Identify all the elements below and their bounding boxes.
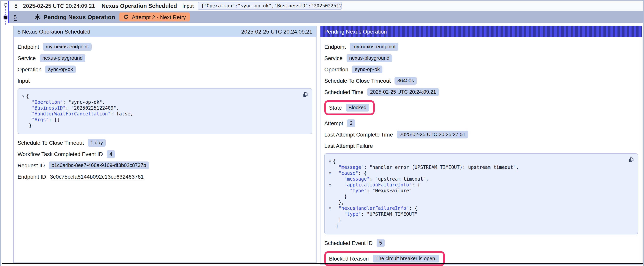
event-input-preview[interactable]: {"Operation":"sync-op-ok","BusinessID":"… [198,2,342,10]
code-line: ∨ "applicationFailureInfo": { [327,182,632,188]
field-value-chip: 5 [376,239,385,247]
field-endpoint-id: Endpoint ID 3c0c75ccfa8144b092c13ce63246… [18,173,312,181]
field-label: Operation [324,66,348,73]
field-label: Endpoint ID [18,174,46,180]
blocked-reason-chip: The circuit breaker is open. [373,255,439,262]
code-line: "message": "handler error (UPSTREAM_TIME… [327,165,632,170]
field-label: Endpoint [324,44,346,50]
field-value-chip: 2025-02-25 UTC 20:25:27.51 [397,131,468,138]
code-text: }, [333,200,344,205]
field-blocked-reason: Blocked Reason The circuit breaker is op… [329,255,439,262]
field-label: State [329,105,342,111]
code-line: "type": "NexusFailure" [327,188,632,194]
field-label: Schedule To Close Timeout [18,140,84,146]
field-service: Service nexus-playground [18,54,312,62]
code-gutter [20,99,26,105]
code-line: "Operation": "sync-op-ok", [20,99,306,105]
code-line: } [20,123,306,129]
field-label: Scheduled Time [324,89,364,95]
state-value-chip: Blocked [346,104,369,112]
field-service: Service nexus-playground [324,54,638,62]
chevron-down-icon[interactable]: ∨ [327,159,333,165]
pending-event-title: Pending Nexus Operation [44,14,115,20]
field-operation: Operation sync-op-ok [18,66,312,73]
code-line: "type": "UPSTREAM_TIMEOUT" [327,211,632,217]
endpoint-id-link[interactable]: 3c0c75ccfa8144b092c13ce632463761 [50,174,144,180]
field-value-chip: my-nexus-endpoint [350,43,398,51]
event-id-link[interactable]: 5 [14,3,18,9]
field-label: Service [324,55,342,61]
input-json-viewer: ∨{ "Operation": "sync-op-ok", "BusinessI… [18,88,312,134]
timeline-dot-icon [4,16,8,19]
timeline-active-bar [8,1,9,23]
pending-panel-header: Pending Nexus Operation [320,26,642,37]
field-label: Scheduled Event ID [324,240,373,246]
state-highlight-box: State Blocked [324,100,375,115]
field-label: Input [18,78,30,84]
field-label: Endpoint [18,44,39,50]
chevron-down-icon[interactable]: ∨ [327,182,333,188]
asterisk-icon [34,14,40,20]
field-attempt: Attempt 2 [324,119,638,127]
field-value-chip: nexus-playground [346,54,392,62]
event-id-link[interactable]: 5 [14,14,17,20]
chevron-down-icon[interactable]: ∨ [327,170,333,176]
attempt-badge-label: Attempt 2 · Next Retry [132,14,186,20]
field-label: Operation [18,66,42,73]
code-line: } [327,223,632,229]
failure-json-viewer: ∨{ "message": "handler error (UPSTREAM_T… [324,153,638,234]
last-attempt-failure-label: Last Attempt Failure [324,142,638,150]
field-endpoint: Endpoint my-nexus-endpoint [324,43,638,51]
field-value-chip: 1 day [88,139,106,147]
field-label: Blocked Reason [329,255,369,262]
code-text: "applicationFailureInfo": { [333,182,420,188]
code-gutter [327,176,333,182]
code-text: } [333,217,341,223]
code-line: "message": "upstream timeout", [327,176,632,182]
code-line: "Args": [] [20,117,306,123]
event-row-pending[interactable]: 5 Pending Nexus Operation Attempt 2 · Ne… [9,11,643,23]
code-line: "BusinessID": "20250225122409", [20,105,306,111]
code-line: ∨{ [20,94,306,99]
code-text: "type": "UPSTREAM_TIMEOUT" [333,211,418,217]
copy-icon[interactable] [302,92,308,98]
copy-icon[interactable] [628,157,634,163]
retry-icon [123,14,129,20]
field-operation: Operation sync-op-ok [324,66,638,73]
code-line: ∨ "cause": { [327,170,632,176]
pending-operation-panel: Pending Nexus Operation Endpoint my-nexu… [320,26,642,265]
code-gutter [327,200,333,205]
viewport: 5 2025-02-25 UTC 20:24:09.21 Nexus Opera… [0,0,644,266]
field-value-chip: my-nexus-endpoint [43,43,92,51]
code-gutter [327,217,333,223]
chevron-down-icon[interactable]: ∨ [20,94,26,99]
field-scheduled-event-id: Scheduled Event ID 5 [324,239,638,247]
field-label: Last Attempt Failure [324,143,373,149]
input-section-label: Input [18,77,312,85]
field-workflow-task-completed-event-id: Workflow Task Completed Event ID 4 [18,150,312,158]
code-line: } [327,217,632,223]
field-value-chip: b1c6a4bc-8ee7-468a-9169-df3b02c8737b [49,161,149,169]
field-value-chip: sync-op-ok [46,66,76,73]
field-label: Request ID [18,162,45,168]
field-request-id: Request ID b1c6a4bc-8ee7-468a-9169-df3b0… [18,161,312,169]
field-schedule-to-close-timeout: Schedule To Close Timeout 1 day [18,139,312,147]
field-value-chip: 2025-02-25 UTC 20:24:09.21 [368,88,439,96]
code-text: "HandlerWaitForCancellation": false, [26,111,133,117]
field-label: Last Attempt Complete Time [324,131,393,138]
field-schedule-to-close-timeout: Schedule To Close Timeout 86400s [324,77,638,85]
workflow-history-screen: 5 2025-02-25 UTC 20:24:09.21 Nexus Opera… [0,0,644,266]
code-text: "Args": [] [26,117,60,123]
code-text: } [333,194,347,200]
code-text: "nexusHandlerFailureInfo": { [333,205,418,211]
chevron-down-icon[interactable]: ∨ [327,205,333,211]
event-input-label: Input [182,3,194,9]
event-title: Nexus Operation Scheduled [102,3,177,9]
field-last-attempt-complete-time: Last Attempt Complete Time 2025-02-25 UT… [324,131,638,138]
code-text: "BusinessID": "20250225122409", [26,105,119,111]
code-text: { [26,94,29,99]
field-label: Service [18,55,36,61]
code-gutter [20,111,26,117]
event-row-scheduled[interactable]: 5 2025-02-25 UTC 20:24:09.21 Nexus Opera… [9,1,643,11]
field-value-chip: 86400s [394,77,416,85]
